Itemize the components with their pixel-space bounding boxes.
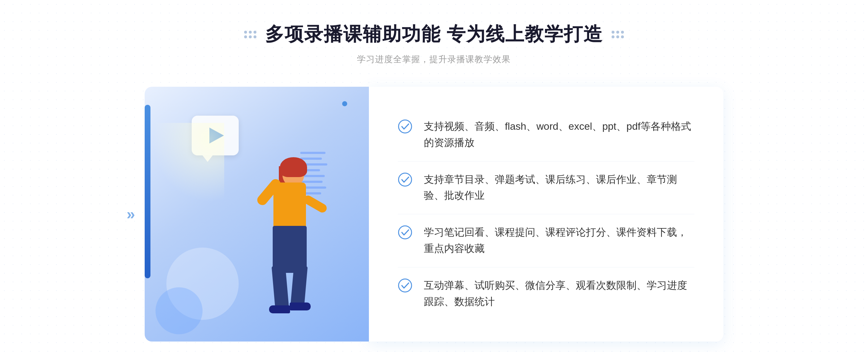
person-hair (280, 157, 307, 177)
feature-item-4: 互动弹幕、试听购买、微信分享、观看次数限制、学习进度跟踪、数据统计 (398, 267, 694, 320)
features-panel: 支持视频、音频、flash、word、excel、ppt、pdf等各种格式的资源… (369, 87, 723, 342)
header-section: 多项录播课辅助功能 专为线上教学打造 学习进度全掌握，提升录播课教学效果 (244, 22, 624, 65)
play-triangle-icon (209, 128, 224, 143)
person-body (273, 183, 306, 229)
sub-title: 学习进度全掌握，提升录播课教学效果 (244, 53, 624, 65)
main-title: 多项录播课辅助功能 专为线上教学打造 (265, 22, 603, 47)
title-row: 多项录播课辅助功能 专为线上教学打造 (244, 22, 624, 47)
feature-item-3: 学习笔记回看、课程提问、课程评论打分、课件资料下载，重点内容收藏 (398, 214, 694, 267)
content-area: » (145, 87, 723, 342)
page-container: 多项录播课辅助功能 专为线上教学打造 学习进度全掌握，提升录播课教学效果 » (0, 0, 868, 352)
svg-point-1 (399, 173, 412, 186)
deco-arrows-icon: » (127, 206, 135, 223)
check-circle-icon-4 (398, 278, 412, 293)
person-shoe-right (290, 302, 311, 310)
left-decorative-dots (244, 31, 256, 38)
check-circle-icon-1 (398, 119, 412, 134)
svg-point-0 (399, 120, 412, 133)
feature-text-4: 互动弹幕、试听购买、微信分享、观看次数限制、学习进度跟踪、数据统计 (424, 278, 694, 310)
person-figure (226, 154, 328, 342)
feature-item-2: 支持章节目录、弹题考试、课后练习、课后作业、章节测验、批改作业 (398, 161, 694, 214)
person-leg-right (290, 265, 307, 306)
play-bubble (192, 116, 239, 155)
check-circle-icon-3 (398, 225, 412, 240)
svg-point-3 (399, 279, 412, 292)
deco-dot-small (342, 101, 347, 106)
illustration-panel: » (145, 87, 369, 342)
person-shoe-left (269, 305, 290, 313)
feature-text-2: 支持章节目录、弹题考试、课后练习、课后作业、章节测验、批改作业 (424, 172, 694, 204)
right-decorative-dots (612, 31, 624, 38)
feature-item-1: 支持视频、音频、flash、word、excel、ppt、pdf等各种格式的资源… (398, 108, 694, 161)
check-circle-icon-2 (398, 172, 412, 187)
deco-circle-medium (156, 287, 203, 334)
feature-text-1: 支持视频、音频、flash、word、excel、ppt、pdf等各种格式的资源… (424, 119, 694, 151)
svg-point-2 (399, 226, 412, 239)
feature-text-3: 学习笔记回看、课程提问、课程评论打分、课件资料下载，重点内容收藏 (424, 224, 694, 257)
blue-bar (145, 105, 150, 278)
